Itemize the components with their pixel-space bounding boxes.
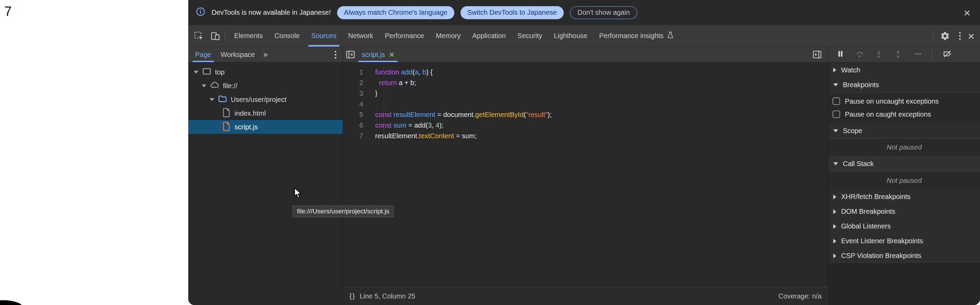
switch-to-japanese-button[interactable]: Switch DevTools to Japanese [460, 6, 564, 19]
caret-right-icon [833, 67, 836, 72]
code-token [375, 79, 379, 86]
tree-item-top[interactable]: top [188, 65, 342, 79]
tab-lighthouse[interactable]: Lighthouse [548, 25, 593, 47]
inspect-icon[interactable] [192, 29, 206, 43]
section-xhr-breakpoints[interactable]: XHR/fetch Breakpoints [829, 189, 980, 204]
pretty-print-icon[interactable]: { } [349, 292, 354, 300]
tab-memory[interactable]: Memory [430, 25, 466, 47]
tab-security[interactable]: Security [512, 25, 548, 47]
tab-sources[interactable]: Sources [305, 25, 342, 47]
tab-page[interactable]: Page [190, 47, 216, 62]
code-line-3: 3} [343, 88, 828, 99]
code-token: b [422, 68, 426, 76]
step-over-icon[interactable] [855, 50, 864, 60]
section-csp-violation-breakpoints[interactable]: CSP Violation Breakpoints [829, 248, 980, 263]
tab-performance[interactable]: Performance [379, 25, 430, 47]
code-token: } [375, 89, 377, 97]
pause-icon[interactable] [836, 50, 845, 60]
device-toolbar-icon[interactable] [208, 29, 223, 43]
pause-caught-row[interactable]: Pause on caught exceptions [832, 108, 980, 121]
section-call-stack[interactable]: Call Stack [829, 156, 980, 172]
caret-down-icon[interactable] [194, 71, 199, 74]
step-icon[interactable] [913, 50, 922, 60]
section-watch[interactable]: Watch [829, 62, 980, 78]
tree-item-index-html[interactable]: index.html [188, 106, 342, 120]
pause-uncaught-row[interactable]: Pause on uncaught exceptions [832, 95, 980, 108]
dont-show-again-button[interactable]: Don't show again [570, 6, 638, 19]
tab-elements[interactable]: Elements [228, 25, 269, 47]
caret-down-icon [833, 129, 838, 133]
code-token: ); [547, 111, 552, 118]
code-token: , [432, 121, 436, 129]
line-number: 1 [343, 68, 374, 76]
tab-workspace[interactable]: Workspace [216, 47, 260, 62]
notification-bar: DevTools is now available in Japanese! A… [188, 0, 980, 25]
caret-down-icon[interactable] [210, 98, 214, 101]
caret-right-icon [833, 239, 836, 244]
editor-tab-strip: script.js × [343, 47, 828, 62]
always-match-language-button[interactable]: Always match Chrome's language [337, 6, 454, 19]
cloud-icon [210, 80, 220, 92]
code-line-1: 1function add(a, b) { [343, 67, 828, 78]
code-token: const [375, 121, 393, 129]
code-token: a [415, 68, 419, 76]
code-editor[interactable]: 1function add(a, b) { 2 return a + b; 3}… [343, 62, 828, 305]
section-label: CSP Violation Breakpoints [841, 252, 921, 260]
file-tab-close-icon[interactable]: × [389, 50, 395, 60]
tab-application[interactable]: Application [466, 25, 512, 47]
section-breakpoints[interactable]: Breakpoints [829, 78, 980, 93]
frame-icon [202, 67, 212, 78]
section-scope[interactable]: Scope [829, 123, 980, 139]
scope-status: Not paused [829, 139, 980, 156]
section-label: Watch [841, 66, 860, 74]
devtools-close-icon[interactable]: × [968, 30, 975, 42]
code-token: a + b; [397, 79, 416, 86]
file-tab-script-js[interactable]: script.js × [358, 47, 398, 62]
code-token: const [375, 111, 393, 118]
pause-uncaught-checkbox[interactable] [832, 97, 840, 105]
caret-down-icon[interactable] [202, 85, 207, 88]
tree-item-script-js[interactable]: script.js [188, 120, 342, 134]
debugger-toolbar [828, 47, 980, 62]
code-token: ); [439, 121, 443, 129]
step-into-icon[interactable] [874, 50, 883, 60]
tab-console[interactable]: Console [269, 25, 305, 47]
section-global-listeners[interactable]: Global Listeners [829, 219, 980, 234]
pause-caught-checkbox[interactable] [832, 110, 840, 118]
folder-icon [218, 94, 228, 105]
code-token: = sum; [454, 132, 477, 140]
kebab-menu-icon[interactable] [957, 30, 963, 42]
code-token: return [379, 79, 397, 86]
toolbar-divider [224, 30, 225, 42]
navigator-menu-icon[interactable] [332, 49, 339, 61]
tree-item-file-scheme[interactable]: file:// [188, 79, 342, 93]
section-label: DOM Breakpoints [841, 208, 895, 216]
section-dom-breakpoints[interactable]: DOM Breakpoints [829, 204, 980, 219]
panel-left-icon[interactable] [343, 47, 358, 62]
line-number: 3 [343, 89, 374, 97]
tab-performance-insights[interactable]: Performance insights [593, 25, 680, 47]
tab-label: Performance insights [599, 32, 663, 40]
section-label: Call Stack [843, 160, 874, 168]
caret-down-icon [833, 83, 838, 86]
cursor-position: Line 5, Column 25 [360, 292, 415, 300]
tree-item-project-folder[interactable]: Users/user/project [188, 93, 342, 106]
section-label: Global Listeners [841, 222, 891, 230]
section-event-listener-breakpoints[interactable]: Event Listener Breakpoints [829, 234, 980, 248]
tab-network[interactable]: Network [342, 25, 379, 47]
caret-right-icon [833, 224, 836, 229]
code-token: ) { [426, 68, 433, 76]
more-tabs-icon[interactable]: » [259, 50, 271, 59]
caret-right-icon [833, 209, 836, 214]
section-label: Breakpoints [843, 81, 879, 89]
toolbar-divider [933, 30, 933, 42]
deactivate-breakpoints-icon[interactable] [943, 49, 952, 61]
code-line-5: 5const resultElement = document.getEleme… [343, 109, 828, 120]
notification-close-icon[interactable]: × [961, 7, 972, 19]
step-out-icon[interactable] [894, 50, 902, 60]
caret-right-icon [833, 195, 836, 199]
main-toolbar: Elements Console Sources Network Perform… [188, 25, 980, 47]
navigator-panel: top file:// Users/user/project [188, 62, 343, 305]
settings-gear-icon[interactable] [938, 29, 952, 43]
panel-right-icon[interactable] [810, 47, 824, 62]
